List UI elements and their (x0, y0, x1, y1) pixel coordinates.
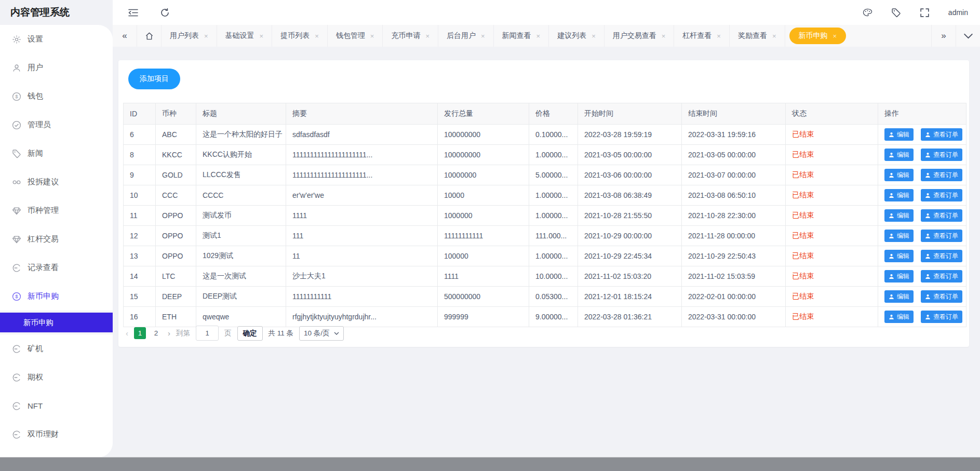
tab[interactable]: 奖励查看× (730, 25, 785, 47)
tab-close-icon[interactable]: × (315, 32, 319, 40)
action-button-label: 查看订单 (933, 292, 958, 301)
home-tab-icon[interactable] (137, 25, 162, 47)
tab-close-icon[interactable]: × (592, 32, 596, 40)
tab-close-icon[interactable]: × (370, 32, 374, 40)
tab[interactable]: 后台用户× (438, 25, 494, 47)
tab[interactable]: 新闻查看× (494, 25, 549, 47)
tab-active[interactable]: 新币申购× (789, 28, 847, 44)
sidebar-item-label: 用户 (28, 63, 43, 73)
cell-id: 15 (124, 287, 156, 307)
cell-start: 2021-10-29 22:45:34 (578, 246, 682, 266)
sidebar-item[interactable]: 币种管理 (0, 196, 113, 225)
sidebar-item[interactable]: 用户 (0, 53, 113, 82)
page-number-active[interactable]: 1 (134, 327, 146, 339)
edit-button[interactable]: 编辑 (884, 209, 914, 222)
edit-button[interactable]: 编辑 (884, 169, 914, 181)
cell-price: 5.00000... (529, 165, 578, 185)
goto-confirm-button[interactable]: 确定 (237, 326, 263, 341)
tab[interactable]: 基础设置× (217, 25, 273, 47)
tab-close-icon[interactable]: × (204, 32, 208, 40)
edit-button[interactable]: 编辑 (884, 250, 914, 262)
cell-total: 999999 (438, 307, 529, 327)
cell-price: 0.10000... (529, 125, 578, 145)
column-header: 发行总量 (438, 103, 529, 125)
next-page-icon[interactable]: › (168, 329, 170, 338)
tab-close-icon[interactable]: × (662, 32, 666, 40)
tab[interactable]: 钱包管理× (328, 25, 383, 47)
fullscreen-icon[interactable] (920, 8, 930, 18)
tab-close-icon[interactable]: × (425, 32, 429, 40)
tab[interactable]: 充币申请× (383, 25, 438, 47)
page-number[interactable]: 2 (150, 327, 162, 339)
view-orders-button[interactable]: 查看订单 (921, 169, 962, 181)
sidebar-item[interactable]: NFT (0, 392, 113, 420)
tab[interactable]: 用户列表× (162, 25, 217, 47)
edit-button[interactable]: 编辑 (884, 270, 914, 282)
tabs-scroll-left-icon[interactable]: « (113, 25, 137, 47)
action-button-label: 编辑 (897, 171, 909, 180)
sidebar-item[interactable]: 设置 (0, 25, 113, 53)
tabs-menu-chevron-icon[interactable] (956, 25, 980, 47)
person-icon (925, 233, 931, 239)
sidebar-item[interactable]: 管理员 (0, 111, 113, 139)
bottom-bar (0, 457, 980, 471)
view-orders-button[interactable]: 查看订单 (921, 209, 962, 222)
view-orders-button[interactable]: 查看订单 (921, 311, 962, 323)
edit-button[interactable]: 编辑 (884, 311, 914, 323)
actions-cell: 编辑查看订单 (878, 145, 966, 165)
tab-close-icon[interactable]: × (536, 32, 541, 40)
tab-label: 用户列表 (170, 31, 199, 41)
view-orders-button[interactable]: 查看订单 (921, 128, 962, 141)
sidebar-item[interactable]: 投拆建议 (0, 168, 113, 196)
sidebar-item[interactable]: 双币理财 (0, 420, 113, 449)
tab-close-icon[interactable]: × (717, 32, 721, 40)
edit-button[interactable]: 编辑 (884, 290, 914, 303)
tag-icon[interactable] (891, 8, 901, 18)
sidebar-item[interactable]: 矿机 (0, 334, 113, 363)
status-cell: 已结束 (786, 287, 878, 307)
tab-close-icon[interactable]: × (481, 32, 485, 40)
view-orders-button[interactable]: 查看订单 (921, 189, 962, 201)
diamond-icon (12, 235, 21, 244)
sidebar-item[interactable]: 记录查看 (0, 253, 113, 282)
sidebar-item[interactable]: $新币申购 (0, 282, 113, 311)
person-icon (925, 294, 931, 300)
edit-button[interactable]: 编辑 (884, 128, 914, 141)
tab-close-icon[interactable]: × (833, 32, 837, 40)
tab[interactable]: 建议列表× (549, 25, 605, 47)
palette-icon[interactable] (863, 8, 872, 18)
edit-button[interactable]: 编辑 (884, 189, 914, 201)
view-orders-button[interactable]: 查看订单 (921, 290, 962, 303)
menu-toggle-icon[interactable] (128, 8, 138, 18)
tab[interactable]: 提币列表× (272, 25, 328, 47)
tab[interactable]: 用户交易查看× (605, 25, 675, 47)
sidebar-item[interactable]: 杠杆交易 (0, 225, 113, 253)
sidebar-item[interactable]: $钱包 (0, 82, 113, 111)
cell-summary: 111 (286, 226, 438, 246)
tab-label: 充币申请 (391, 31, 420, 41)
sidebar-subitem-active[interactable]: 新币申购 (0, 313, 113, 332)
column-header: 价格 (529, 103, 578, 125)
prev-page-icon[interactable]: ‹ (126, 329, 128, 338)
tab-close-icon[interactable]: × (772, 32, 776, 40)
add-item-button[interactable]: 添加项目 (128, 69, 180, 89)
sidebar-item[interactable]: 期权 (0, 363, 113, 392)
tab[interactable]: 杠杆查看× (674, 25, 730, 47)
view-orders-button[interactable]: 查看订单 (921, 230, 962, 242)
goto-page-input[interactable] (196, 326, 219, 341)
content-card: 添加项目 ID币种标题摘要发行总量价格开始时间结束时间状态操作 6ABC这是一个… (118, 60, 969, 347)
column-header[interactable]: ID (124, 103, 156, 125)
view-orders-button[interactable]: 查看订单 (921, 149, 962, 161)
cell-id: 6 (124, 125, 156, 145)
gear-icon (12, 35, 21, 44)
view-orders-button[interactable]: 查看订单 (921, 270, 962, 282)
refresh-icon[interactable] (160, 8, 170, 18)
tab-close-icon[interactable]: × (260, 32, 264, 40)
sidebar-item[interactable]: 新闻 (0, 139, 113, 168)
edit-button[interactable]: 编辑 (884, 149, 914, 161)
per-page-select[interactable]: 10 条/页 (299, 326, 344, 341)
user-menu[interactable]: admin (948, 8, 972, 17)
edit-button[interactable]: 编辑 (884, 230, 914, 242)
tabs-scroll-right-icon[interactable]: » (931, 25, 956, 47)
view-orders-button[interactable]: 查看订单 (921, 250, 962, 262)
